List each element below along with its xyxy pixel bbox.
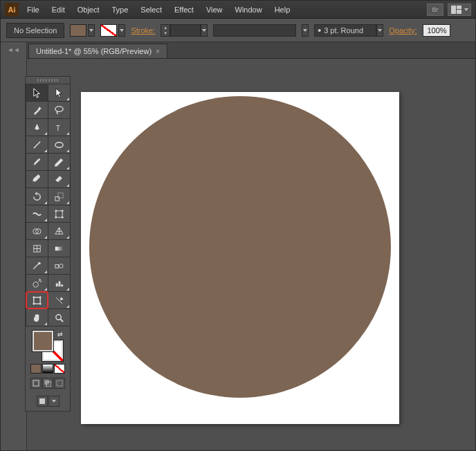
collapse-icon[interactable]: ◄◄ xyxy=(8,46,20,450)
draw-behind[interactable] xyxy=(42,378,53,389)
menu-type[interactable]: Type xyxy=(107,3,134,16)
eyedropper-tool[interactable] xyxy=(26,257,48,274)
mesh-tool[interactable] xyxy=(26,240,48,257)
ellipse-shape[interactable] xyxy=(89,96,391,398)
workspace-switcher[interactable] xyxy=(448,3,471,16)
document-tab[interactable]: Untitled-1* @ 55% (RGB/Preview) × xyxy=(28,44,167,58)
svg-rect-7 xyxy=(55,196,60,201)
svg-rect-41 xyxy=(57,380,62,386)
document-area: Untitled-1* @ 55% (RGB/Preview) × xyxy=(27,42,475,450)
color-mode-row xyxy=(30,364,65,374)
width-tool[interactable] xyxy=(26,205,48,222)
blend-tool[interactable] xyxy=(48,257,70,274)
free-transform-tool[interactable] xyxy=(48,205,70,222)
opacity-label[interactable]: Opacity: xyxy=(389,26,416,35)
direct-selection-tool[interactable] xyxy=(48,84,70,101)
stroke-profile-dropdown[interactable] xyxy=(376,24,383,37)
chevron-down-icon xyxy=(464,8,468,11)
menu-object[interactable]: Object xyxy=(72,3,105,16)
menu-window[interactable]: Window xyxy=(230,3,268,16)
fill-stroke-indicator[interactable]: ⇄ xyxy=(33,331,63,361)
fill-dropdown[interactable] xyxy=(88,24,95,37)
svg-rect-9 xyxy=(56,210,62,217)
perspective-grid-tool[interactable] xyxy=(48,223,70,239)
shape-builder-tool[interactable] xyxy=(26,223,48,239)
color-mode-gradient[interactable] xyxy=(42,364,53,374)
stroke-profile-field[interactable]: •3 pt. Round xyxy=(314,24,383,37)
scale-tool[interactable] xyxy=(48,188,70,205)
svg-point-12 xyxy=(55,216,57,218)
menu-help[interactable]: Help xyxy=(269,3,296,16)
stroke-label[interactable]: Stroke: xyxy=(131,26,155,35)
gradient-tool[interactable] xyxy=(48,240,70,257)
chevron-down-icon xyxy=(120,29,124,32)
brush-dropdown-arrow[interactable] xyxy=(302,24,309,37)
stroke-weight-field[interactable]: ▲▼ xyxy=(161,24,208,37)
svg-rect-20 xyxy=(55,264,59,268)
close-icon[interactable]: × xyxy=(156,48,160,55)
color-mode-solid[interactable] xyxy=(30,364,42,374)
pen-tool[interactable] xyxy=(26,119,48,136)
menu-view[interactable]: View xyxy=(201,3,228,16)
paintbrush-tool[interactable] xyxy=(26,154,48,170)
main-area: ◄◄ Untitled-1* @ 55% (RGB/Preview) × xyxy=(1,42,475,450)
draw-normal[interactable] xyxy=(30,378,42,389)
spin-up-icon[interactable]: ▲ xyxy=(161,25,170,30)
fill-swatch[interactable] xyxy=(70,24,86,37)
stroke-swatch[interactable] xyxy=(100,24,117,37)
stroke-dropdown[interactable] xyxy=(118,24,125,37)
ellipse-tool[interactable] xyxy=(48,136,70,153)
artboard-tool[interactable] xyxy=(26,292,48,309)
bridge-button[interactable]: Br xyxy=(427,3,443,16)
color-mode-none[interactable] xyxy=(54,364,65,374)
menu-file[interactable]: File xyxy=(21,3,45,16)
chevron-down-icon xyxy=(303,29,307,32)
bullet-icon: • xyxy=(318,26,321,35)
screen-mode-button[interactable] xyxy=(37,396,48,407)
svg-point-36 xyxy=(56,314,62,320)
chevron-down-icon xyxy=(52,400,56,403)
symbol-sprayer-tool[interactable] xyxy=(26,275,48,291)
brush-definition-dropdown[interactable] xyxy=(213,24,296,37)
rotate-tool[interactable] xyxy=(26,188,48,205)
draw-inside[interactable] xyxy=(54,378,65,389)
titlebar: Ai File Edit Object Type Select Effect V… xyxy=(1,1,475,19)
lasso-tool[interactable] xyxy=(48,102,70,118)
svg-point-23 xyxy=(40,280,42,282)
menubar: File Edit Object Type Select Effect View… xyxy=(21,3,295,16)
selection-tool[interactable] xyxy=(26,84,48,101)
svg-rect-8 xyxy=(58,192,64,198)
svg-point-10 xyxy=(55,210,57,212)
app-window: Ai File Edit Object Type Select Effect V… xyxy=(0,0,476,451)
spin-down-icon[interactable]: ▼ xyxy=(161,30,170,36)
tools-panel: T xyxy=(25,76,71,412)
control-bar: No Selection Stroke: ▲▼ •3 pt. Round Opa… xyxy=(1,19,475,42)
stroke-weight-value[interactable] xyxy=(170,24,201,37)
line-segment-tool[interactable] xyxy=(26,136,48,153)
tab-bar: Untitled-1* @ 55% (RGB/Preview) × xyxy=(27,42,475,59)
menu-effect[interactable]: Effect xyxy=(169,3,199,16)
draw-mode-row xyxy=(30,378,65,389)
canvas[interactable] xyxy=(27,59,475,450)
stroke-weight-dropdown[interactable] xyxy=(201,24,208,37)
type-tool[interactable]: T xyxy=(48,119,70,136)
slice-tool[interactable] xyxy=(48,292,70,309)
magic-wand-tool[interactable] xyxy=(26,102,48,118)
swap-fill-stroke-icon[interactable]: ⇄ xyxy=(57,331,63,338)
pencil-tool[interactable] xyxy=(48,154,70,170)
svg-line-37 xyxy=(60,319,63,322)
blob-brush-tool[interactable] xyxy=(26,171,48,187)
menu-select[interactable]: Select xyxy=(135,3,167,16)
eraser-tool[interactable] xyxy=(48,171,70,187)
selection-indicator[interactable]: No Selection xyxy=(6,23,64,38)
svg-point-13 xyxy=(62,216,64,218)
hand-tool[interactable] xyxy=(26,309,48,326)
screen-mode-dropdown[interactable] xyxy=(48,396,60,407)
column-graph-tool[interactable] xyxy=(48,275,70,291)
opacity-value[interactable]: 100% xyxy=(423,24,450,37)
svg-rect-24 xyxy=(56,283,58,286)
fill-color-box[interactable] xyxy=(33,331,53,351)
panel-grip[interactable] xyxy=(26,77,70,84)
zoom-tool[interactable] xyxy=(48,309,70,326)
menu-edit[interactable]: Edit xyxy=(46,3,71,16)
